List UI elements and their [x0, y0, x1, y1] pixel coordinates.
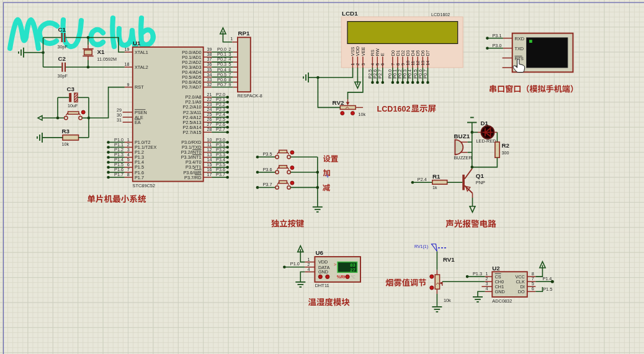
svg-text:D7: D7: [425, 50, 431, 56]
svg-text:P3.7: P3.7: [263, 182, 272, 187]
svg-text:28: 28: [207, 126, 212, 132]
svg-text:P3.1: P3.1: [493, 33, 502, 38]
svg-text:RV1: RV1: [443, 256, 455, 263]
svg-text:300: 300: [502, 150, 509, 156]
svg-text:XTAL1: XTAL1: [135, 50, 148, 55]
svg-text:P1.7: P1.7: [135, 175, 144, 180]
svg-text:19: 19: [125, 46, 130, 52]
svg-text:VEE: VEE: [360, 46, 366, 56]
svg-text:14: 14: [425, 61, 431, 66]
svg-text:>: >: [334, 262, 336, 267]
svg-text:P1.0: P1.0: [290, 261, 300, 267]
svg-text:DO: DO: [518, 289, 525, 294]
svg-text:R3: R3: [62, 128, 70, 135]
svg-text:P1.7: P1.7: [114, 172, 123, 177]
svg-text:C3: C3: [67, 86, 75, 92]
svg-text:RV2: RV2: [333, 99, 344, 106]
svg-text:LCD1: LCD1: [342, 10, 358, 17]
svg-text:XTAL2: XTAL2: [135, 64, 148, 70]
svg-text:32: 32: [207, 82, 212, 87]
svg-text:10k: 10k: [359, 112, 366, 117]
svg-text:C2: C2: [58, 55, 66, 62]
svg-text:GND: GND: [495, 289, 505, 294]
svg-text:RXD: RXD: [515, 36, 524, 42]
svg-text:1: 1: [230, 36, 233, 42]
svg-text:P1.4: P1.4: [542, 276, 552, 281]
svg-text:RV1(1): RV1(1): [414, 244, 428, 249]
svg-text:P2.4: P2.4: [418, 177, 427, 182]
svg-text:P2.7: P2.7: [377, 69, 383, 79]
svg-text:17: 17: [207, 172, 212, 177]
svg-text:LCD1602: LCD1602: [431, 12, 450, 17]
svg-text:3: 3: [360, 63, 366, 66]
svg-text:P3.7/RD: P3.7/RD: [184, 175, 202, 180]
svg-text:P3.0: P3.0: [493, 43, 502, 48]
svg-text:GND: GND: [318, 269, 328, 275]
svg-text:6: 6: [380, 63, 385, 66]
svg-text:P3.6: P3.6: [263, 167, 272, 172]
svg-text:31: 31: [117, 117, 122, 123]
svg-text:27: 27: [350, 267, 355, 273]
svg-text:8: 8: [127, 172, 130, 177]
svg-text:LED-RED: LED-RED: [476, 138, 496, 144]
svg-text:1k: 1k: [432, 185, 437, 190]
svg-text:U1: U1: [133, 40, 141, 46]
svg-text:RESPACK-8: RESPACK-8: [238, 93, 262, 99]
svg-text:10uF: 10uF: [68, 103, 78, 108]
svg-text:Q1: Q1: [476, 172, 485, 179]
svg-text:STC89C52: STC89C52: [133, 183, 156, 188]
svg-text:D1: D1: [481, 120, 489, 126]
svg-text:R1: R1: [432, 173, 441, 180]
svg-text:R2: R2: [502, 142, 510, 149]
svg-text:30pF: 30pF: [58, 73, 68, 79]
svg-text:C1: C1: [58, 26, 66, 33]
svg-text:BUZ1: BUZ1: [454, 133, 470, 139]
svg-text:30pF: 30pF: [58, 44, 68, 50]
svg-text:P3.7: P3.7: [216, 172, 225, 177]
svg-text:18: 18: [125, 61, 130, 67]
svg-text:6: 6: [532, 286, 534, 291]
svg-text:BUZZER: BUZZER: [454, 155, 472, 161]
svg-text:10k: 10k: [444, 298, 451, 303]
svg-text:RP1: RP1: [238, 30, 251, 37]
svg-text:9: 9: [127, 82, 130, 87]
svg-text:10k: 10k: [62, 141, 69, 147]
svg-text:11.0592M: 11.0592M: [97, 56, 117, 62]
svg-text:E: E: [380, 53, 385, 56]
svg-text:U2: U2: [492, 265, 500, 272]
svg-text:P1.3: P1.3: [473, 271, 482, 277]
svg-text:9: 9: [229, 82, 231, 87]
svg-text:P3.5: P3.5: [263, 151, 272, 157]
svg-text:℃: ℃: [351, 275, 356, 279]
svg-text:RST: RST: [135, 84, 144, 90]
svg-text:PNP: PNP: [476, 180, 485, 185]
svg-text:P2.7/A15: P2.7/A15: [183, 130, 202, 135]
svg-text:P2.7: P2.7: [216, 126, 225, 132]
svg-text:P0.7/AD7: P0.7/AD7: [182, 84, 201, 90]
svg-text:ADC0832: ADC0832: [492, 298, 512, 304]
svg-text:P0.7: P0.7: [423, 69, 428, 79]
svg-text:TXD: TXD: [515, 46, 524, 51]
svg-text:P1.5: P1.5: [543, 286, 552, 292]
svg-text:DHT11: DHT11: [315, 283, 329, 288]
svg-text:X1: X1: [97, 48, 105, 55]
svg-text:LCD1602: LCD1602: [377, 105, 411, 113]
svg-text:EA: EA: [135, 120, 141, 125]
svg-text:P0.7: P0.7: [217, 82, 226, 87]
svg-text:U6: U6: [315, 249, 323, 256]
svg-text:4: 4: [308, 267, 310, 272]
